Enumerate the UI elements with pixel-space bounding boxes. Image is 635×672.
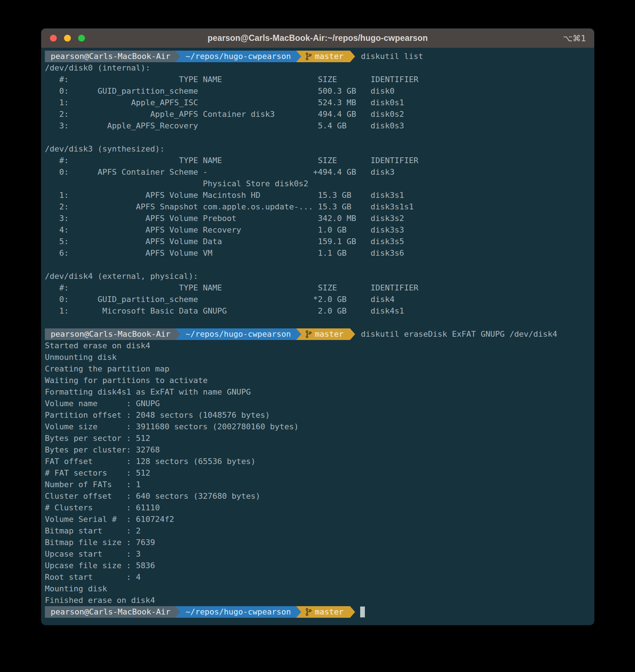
terminal-output-line: Formatting disk4s1 as ExFAT with name GN… — [45, 386, 591, 398]
git-branch-icon — [305, 52, 312, 61]
terminal-output-line: 6: APFS Volume VM 1.1 GB disk3s6 — [45, 247, 591, 259]
command-text: diskutil eraseDisk ExFAT GNUPG /dev/disk… — [355, 328, 557, 340]
terminal-content[interactable]: pearson@Carls-MacBook-Air ~/repos/hugo-c… — [41, 48, 594, 625]
terminal-output-line: # Clusters : 61110 — [45, 502, 591, 514]
terminal-output-line: Started erase on disk4 — [45, 340, 591, 352]
minimize-button[interactable] — [64, 35, 71, 42]
prompt-user-host: pearson@Carls-MacBook-Air — [45, 51, 175, 62]
terminal-output-line: Cluster offset : 640 sectors (327680 byt… — [45, 490, 591, 502]
terminal-output-erase: Started erase on disk4Unmounting diskCre… — [45, 340, 591, 606]
terminal-window: pearson@Carls-MacBook-Air:~/repos/hugo-c… — [41, 28, 594, 625]
powerline-arrow-icon — [296, 606, 301, 618]
terminal-output-line: Volume size : 3911680 sectors (200278016… — [45, 421, 591, 433]
terminal-output-line: # FAT sectors : 512 — [45, 467, 591, 479]
terminal-output-line: Finished erase on disk4 — [45, 595, 591, 606]
terminal-output-line: Bytes per sector : 512 — [45, 433, 591, 444]
prompt-git-branch: master — [301, 606, 350, 618]
terminal-output-line: Volume name : GNUPG — [45, 398, 591, 409]
terminal-output-line: 3: Apple_APFS_Recovery 5.4 GB disk0s3 — [45, 120, 591, 132]
zoom-button[interactable] — [78, 35, 85, 42]
powerline-arrow-icon — [350, 51, 355, 62]
terminal-output-line — [45, 317, 591, 328]
traffic-lights — [50, 29, 85, 48]
git-branch-icon — [305, 608, 312, 616]
terminal-output-line: 0: GUID_partition_scheme 500.3 GB disk0 — [45, 85, 591, 97]
terminal-output-line: Physical Store disk0s2 — [45, 178, 591, 190]
powerline-arrow-icon — [350, 328, 355, 340]
terminal-output-line: FAT offset : 128 sectors (65536 bytes) — [45, 456, 591, 467]
terminal-output-line: Bitmap start : 2 — [45, 525, 591, 537]
terminal-output-line: /dev/disk0 (internal): — [45, 62, 591, 74]
terminal-output-line: #: TYPE NAME SIZE IDENTIFIER — [45, 74, 591, 85]
prompt-user-host: pearson@Carls-MacBook-Air — [45, 606, 175, 618]
terminal-output-line: #: TYPE NAME SIZE IDENTIFIER — [45, 155, 591, 166]
terminal-output-line: 5: APFS Volume Data 159.1 GB disk3s5 — [45, 236, 591, 247]
powerline-arrow-icon — [175, 328, 180, 340]
titlebar[interactable]: pearson@Carls-MacBook-Air:~/repos/hugo-c… — [41, 29, 594, 48]
terminal-output-disk-list: /dev/disk0 (internal): #: TYPE NAME SIZE… — [45, 62, 591, 328]
prompt-git-branch: master — [301, 328, 350, 340]
powerline-arrow-icon — [296, 328, 301, 340]
terminal-output-line: #: TYPE NAME SIZE IDENTIFIER — [45, 282, 591, 294]
terminal-output-line: 2: APFS Snapshot com.apple.os.update-...… — [45, 201, 591, 213]
terminal-output-line: Upcase file size : 5836 — [45, 560, 591, 571]
branch-name: master — [315, 328, 344, 340]
terminal-output-line: Number of FATs : 1 — [45, 479, 591, 490]
desktop-background: pearson@Carls-MacBook-Air:~/repos/hugo-c… — [0, 0, 635, 672]
terminal-output-line: 0: APFS Container Scheme - +494.4 GB dis… — [45, 166, 591, 178]
git-branch-icon — [305, 330, 312, 339]
close-button[interactable] — [50, 35, 57, 42]
powerline-arrow-icon — [296, 51, 301, 62]
terminal-output-line: 3: APFS Volume Preboot 342.0 MB disk3s2 — [45, 213, 591, 224]
powerline-arrow-icon — [175, 51, 180, 62]
terminal-output-line: 0: GUID_partition_scheme *2.0 GB disk4 — [45, 294, 591, 305]
terminal-output-line — [45, 259, 591, 271]
terminal-output-line: 1: APFS Volume Macintosh HD 15.3 GB disk… — [45, 190, 591, 201]
terminal-output-line: Bitmap file size : 7639 — [45, 537, 591, 548]
prompt-git-branch: master — [301, 51, 350, 62]
terminal-output-line: Bytes per cluster: 32768 — [45, 444, 591, 456]
prompt-user-host: pearson@Carls-MacBook-Air — [45, 328, 175, 340]
powerline-arrow-icon — [350, 606, 355, 618]
prompt-line: pearson@Carls-MacBook-Air ~/repos/hugo-c… — [45, 328, 591, 340]
terminal-output-line: /dev/disk3 (synthesized): — [45, 143, 591, 155]
terminal-output-line — [45, 132, 591, 143]
powerline-arrow-icon — [175, 606, 180, 618]
terminal-output-line: 1: Apple_APFS_ISC 524.3 MB disk0s1 — [45, 97, 591, 109]
window-shortcut-badge: ⌥⌘1 — [563, 29, 586, 48]
terminal-output-line: Waiting for partitions to activate — [45, 375, 591, 386]
prompt-line: pearson@Carls-MacBook-Air ~/repos/hugo-c… — [45, 51, 591, 62]
terminal-output-line: 4: APFS Volume Recovery 1.0 GB disk3s3 — [45, 224, 591, 236]
terminal-output-line: Root start : 4 — [45, 571, 591, 583]
prompt-path: ~/repos/hugo-cwpearson — [180, 51, 296, 62]
terminal-output-line: 1: Microsoft Basic Data GNUPG 2.0 GB dis… — [45, 305, 591, 317]
branch-name: master — [315, 51, 344, 62]
command-text: diskutil list — [355, 51, 423, 62]
terminal-output-line: Volume Serial # : 610724f2 — [45, 514, 591, 525]
prompt-path: ~/repos/hugo-cwpearson — [180, 606, 296, 618]
terminal-cursor — [360, 607, 365, 617]
terminal-output-line: 2: Apple_APFS Container disk3 494.4 GB d… — [45, 109, 591, 120]
terminal-output-line: Unmounting disk — [45, 352, 591, 363]
branch-name: master — [315, 606, 344, 618]
window-title: pearson@Carls-MacBook-Air:~/repos/hugo-c… — [208, 33, 428, 43]
terminal-output-line: /dev/disk4 (external, physical): — [45, 271, 591, 282]
terminal-output-line: Creating the partition map — [45, 363, 591, 375]
prompt-path: ~/repos/hugo-cwpearson — [180, 328, 296, 340]
prompt-line: pearson@Carls-MacBook-Air ~/repos/hugo-c… — [45, 606, 591, 618]
terminal-output-line: Mounting disk — [45, 583, 591, 595]
terminal-output-line: Upcase start : 3 — [45, 548, 591, 560]
terminal-output-line: Partition offset : 2048 sectors (1048576… — [45, 409, 591, 421]
